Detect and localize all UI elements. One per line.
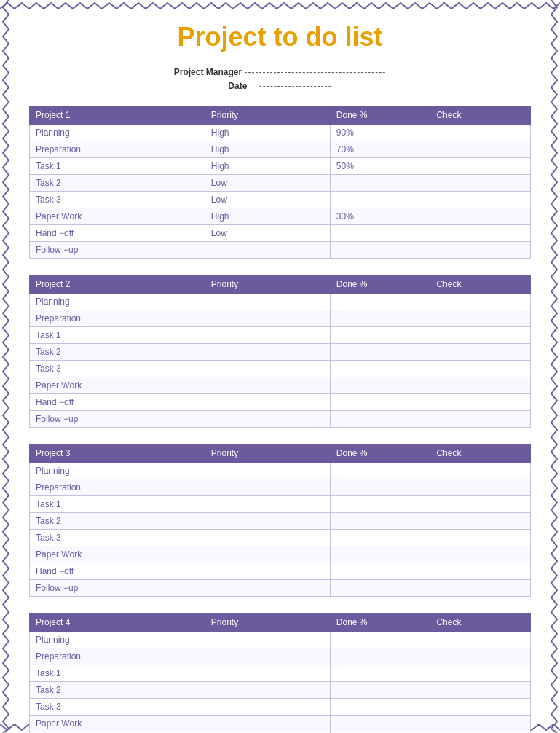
cell-2-3 xyxy=(430,158,531,175)
cell-7-2 xyxy=(330,411,430,428)
col-header-0: Project 2 xyxy=(30,275,205,294)
project-table-3: Project 3PriorityDone %CheckPlanningPrep… xyxy=(29,444,531,597)
cell-1-3 xyxy=(430,141,531,158)
cell-1-0: Preparation xyxy=(30,141,205,158)
cell-4-3 xyxy=(430,192,531,208)
table-row: PreparationHigh70% xyxy=(30,141,531,158)
cell-6-1: Low xyxy=(205,225,330,242)
project-table-2: Project 2PriorityDone %CheckPlanningPrep… xyxy=(29,275,531,428)
cell-0-1 xyxy=(205,632,330,648)
cell-0-1 xyxy=(205,463,330,479)
table-row: Task 1 xyxy=(30,665,531,682)
table-row: Paper Work xyxy=(30,716,531,732)
cell-5-0: Paper Work xyxy=(30,377,205,394)
table-row: Hand −offLow xyxy=(30,225,531,242)
cell-7-2 xyxy=(330,242,430,259)
cell-1-2 xyxy=(330,310,430,327)
cell-1-3 xyxy=(430,479,531,496)
cell-7-0: Follow −up xyxy=(30,242,205,259)
cell-4-2 xyxy=(330,699,430,716)
cell-4-2 xyxy=(330,361,430,377)
cell-6-2 xyxy=(330,563,430,580)
cell-0-0: Planning xyxy=(30,294,205,310)
manager-label: Project Manager xyxy=(174,67,242,77)
table-row: Follow −up xyxy=(30,411,531,428)
cell-7-0: Follow −up xyxy=(30,411,205,428)
cell-1-0: Preparation xyxy=(30,310,205,327)
cell-6-2 xyxy=(330,394,430,411)
cell-3-3 xyxy=(430,513,531,530)
project-table-4: Project 4PriorityDone %CheckPlanningPrep… xyxy=(29,613,531,733)
cell-2-0: Task 1 xyxy=(30,665,205,682)
cell-3-2 xyxy=(330,344,430,361)
cell-1-1 xyxy=(205,310,330,327)
cell-3-2 xyxy=(330,175,430,192)
table-row: Task 3Low xyxy=(30,192,531,208)
cell-1-0: Preparation xyxy=(30,648,205,665)
cell-7-3 xyxy=(430,411,531,428)
table-row: Task 3 xyxy=(30,699,531,716)
col-header-3: Check xyxy=(430,275,531,294)
cell-2-0: Task 1 xyxy=(30,327,205,344)
cell-5-1 xyxy=(205,716,330,732)
cell-5-2 xyxy=(330,546,430,563)
cell-7-2 xyxy=(330,580,430,597)
cell-3-2 xyxy=(330,513,430,530)
cell-0-0: Planning xyxy=(30,632,205,648)
cell-1-1: High xyxy=(205,141,330,158)
col-header-2: Done % xyxy=(330,614,430,632)
cell-4-1 xyxy=(205,699,330,716)
table-row: Paper Work xyxy=(30,546,531,563)
cell-0-2 xyxy=(330,463,430,479)
cell-6-3 xyxy=(430,563,531,580)
cell-4-3 xyxy=(430,530,531,546)
table-row: Task 2Low xyxy=(30,175,531,192)
table-row: Task 2 xyxy=(30,344,531,361)
cell-1-0: Preparation xyxy=(30,479,205,496)
table-row: Follow −up xyxy=(30,242,531,259)
table-row: Planning xyxy=(30,463,531,479)
date-line: Date -------------------- xyxy=(29,81,531,91)
table-row: Planning xyxy=(30,632,531,648)
cell-4-0: Task 3 xyxy=(30,361,205,377)
date-label: Date xyxy=(228,81,247,91)
cell-4-1: Low xyxy=(205,192,330,208)
cell-4-3 xyxy=(430,361,531,377)
cell-3-3 xyxy=(430,344,531,361)
cell-0-1: High xyxy=(205,125,330,141)
table-row: Task 3 xyxy=(30,361,531,377)
cell-4-3 xyxy=(430,699,531,716)
col-header-2: Done % xyxy=(330,444,430,463)
cell-1-1 xyxy=(205,479,330,496)
cell-3-1 xyxy=(205,682,330,699)
cell-2-1: High xyxy=(205,158,330,175)
cell-4-2 xyxy=(330,530,430,546)
cell-4-1 xyxy=(205,361,330,377)
col-header-0: Project 1 xyxy=(30,106,205,125)
cell-3-2 xyxy=(330,682,430,699)
cell-0-0: Planning xyxy=(30,463,205,479)
cell-2-3 xyxy=(430,327,531,344)
table-row: PlanningHigh90% xyxy=(30,125,531,141)
project-table-1: Project 1PriorityDone %CheckPlanningHigh… xyxy=(29,106,531,259)
cell-2-2 xyxy=(330,327,430,344)
cell-0-2 xyxy=(330,632,430,648)
col-header-3: Check xyxy=(430,444,531,463)
col-header-1: Priority xyxy=(205,275,330,294)
cell-5-0: Paper Work xyxy=(30,546,205,563)
cell-0-0: Planning xyxy=(30,125,205,141)
cell-2-2: 50% xyxy=(330,158,430,175)
date-dashes: -------------------- xyxy=(250,81,332,91)
col-header-0: Project 4 xyxy=(30,614,205,632)
cell-1-3 xyxy=(430,648,531,665)
col-header-2: Done % xyxy=(330,275,430,294)
cell-7-1 xyxy=(205,242,330,259)
table-row: Hand −off xyxy=(30,563,531,580)
cell-1-3 xyxy=(430,310,531,327)
cell-2-0: Task 1 xyxy=(30,496,205,513)
cell-5-3 xyxy=(430,716,531,732)
cell-0-2: 90% xyxy=(330,125,430,141)
table-row: Task 3 xyxy=(30,530,531,546)
cell-2-3 xyxy=(430,665,531,682)
cell-2-1 xyxy=(205,496,330,513)
